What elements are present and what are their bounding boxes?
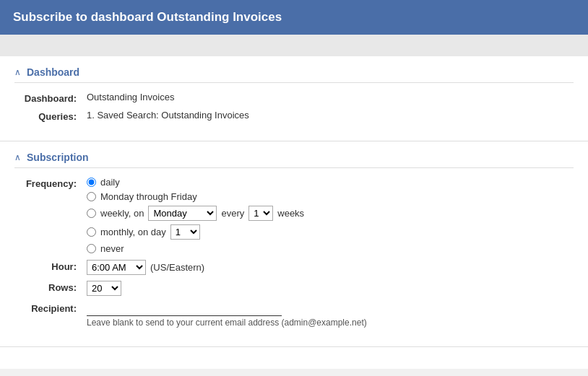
dashboard-section-title: Dashboard [27, 66, 79, 78]
frequency-never-radio[interactable] [87, 244, 96, 253]
subscription-section-header: ∧ Subscription [14, 152, 574, 168]
queries-value: 1. Saved Search: Outstanding Invoices [87, 110, 574, 121]
hour-row: Hour: 12:00 AM1:00 AM2:00 AM 3:00 AM4:00… [14, 260, 574, 275]
weekly-every-select[interactable]: 1 2 3 4 [248, 206, 273, 221]
frequency-monfri-label[interactable]: Monday through Friday [100, 191, 197, 202]
dashboard-section: ∧ Dashboard Dashboard: Outstanding Invoi… [0, 56, 588, 141]
queries-label: Queries: [14, 110, 87, 122]
page-header: Subscribe to dashboard Outstanding Invoi… [0, 0, 588, 35]
subscription-collapse-icon[interactable]: ∧ [14, 152, 21, 162]
frequency-options: daily Monday through Friday weekly, on M… [87, 177, 574, 254]
frequency-daily-label[interactable]: daily [100, 177, 120, 188]
dashboard-value: Outstanding Invoices [87, 92, 574, 102]
frequency-weekly-label[interactable]: weekly, on [100, 208, 144, 219]
hour-label: Hour: [14, 260, 87, 272]
rows-label: Rows: [14, 281, 87, 293]
frequency-daily-radio[interactable] [87, 178, 96, 187]
weekly-every-text: every [221, 208, 244, 219]
monthly-day-select[interactable]: 123 456 789 10 [170, 224, 200, 240]
page-title: Subscribe to dashboard Outstanding Invoi… [13, 10, 282, 24]
rows-value: 10 20 30 40 50 100 [87, 281, 574, 296]
dashboard-row: Dashboard: Outstanding Invoices [14, 92, 574, 104]
dashboard-collapse-icon[interactable]: ∧ [14, 67, 21, 77]
frequency-monfri-row: Monday through Friday [87, 191, 574, 202]
subscription-section-title: Subscription [27, 152, 89, 163]
frequency-label: Frequency: [14, 177, 87, 189]
frequency-monfri-radio[interactable] [87, 192, 96, 201]
hour-select[interactable]: 12:00 AM1:00 AM2:00 AM 3:00 AM4:00 AM5:0… [87, 260, 146, 275]
frequency-never-label[interactable]: never [100, 243, 124, 254]
frequency-weekly-radio[interactable] [87, 209, 96, 218]
dashboard-label: Dashboard: [14, 92, 87, 104]
frequency-monthly-row: monthly, on day 123 456 789 10 [87, 224, 574, 240]
recipient-input[interactable] [87, 302, 282, 316]
hour-value: 12:00 AM1:00 AM2:00 AM 3:00 AM4:00 AM5:0… [87, 260, 574, 275]
main-content: ∧ Dashboard Dashboard: Outstanding Invoi… [0, 56, 588, 369]
queries-row: Queries: 1. Saved Search: Outstanding In… [14, 110, 574, 122]
frequency-monthly-label[interactable]: monthly, on day [100, 227, 166, 237]
weekly-day-select[interactable]: Monday Tuesday Wednesday Thursday Friday… [148, 206, 217, 221]
weekly-weeks-text: weeks [277, 208, 304, 219]
recipient-row: Recipient: Leave blank to send to your c… [14, 302, 574, 328]
dashboard-section-header: ∧ Dashboard [14, 66, 574, 83]
recipient-hint: Leave blank to send to your current emai… [87, 318, 574, 328]
subscription-section: ∧ Subscription Frequency: daily Monday t… [0, 141, 588, 347]
recipient-label: Recipient: [14, 302, 87, 314]
frequency-weekly-row: weekly, on Monday Tuesday Wednesday Thur… [87, 206, 574, 221]
frequency-never-row: never [87, 243, 574, 254]
frequency-monthly-radio[interactable] [87, 227, 96, 237]
frequency-daily-row: daily [87, 177, 574, 188]
rows-row: Rows: 10 20 30 40 50 100 [14, 281, 574, 296]
top-bar [0, 35, 588, 56]
recipient-value: Leave blank to send to your current emai… [87, 302, 574, 328]
frequency-row: Frequency: daily Monday through Friday w… [14, 177, 574, 254]
hour-timezone: (US/Eastern) [150, 262, 204, 273]
rows-select[interactable]: 10 20 30 40 50 100 [87, 281, 121, 296]
